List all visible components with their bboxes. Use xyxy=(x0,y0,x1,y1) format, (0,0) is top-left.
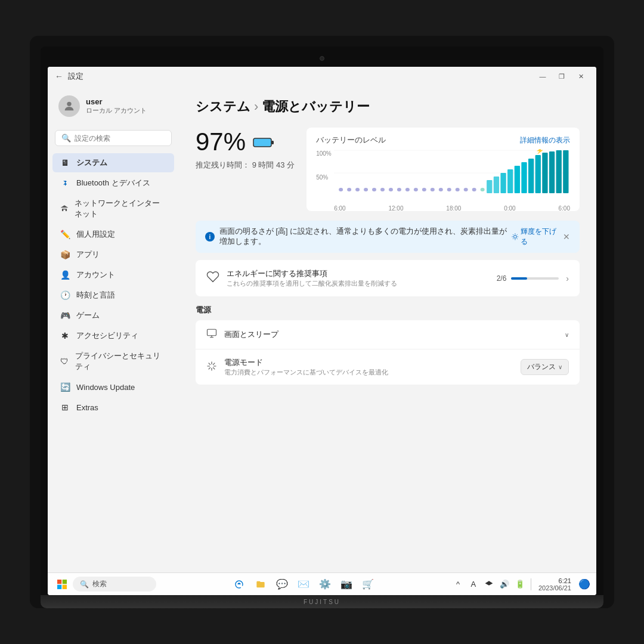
energy-sub: これらの推奨事項を適用して二酸化炭素排出量を削減する xyxy=(227,279,397,288)
alert-close-button[interactable]: ✕ xyxy=(563,232,570,242)
svg-rect-41 xyxy=(63,584,67,589)
sidebar-item-time-language[interactable]: 🕐 時刻と言語 xyxy=(52,286,174,305)
sidebar-item-accessibility[interactable]: ✱ アクセシビリティ xyxy=(52,326,174,345)
search-icon: 🔍 xyxy=(61,134,71,143)
back-button[interactable]: ← xyxy=(55,72,63,81)
energy-title: エネルギーに関する推奨事項 xyxy=(227,268,397,279)
svg-point-11 xyxy=(389,188,393,191)
power-mode-dropdown[interactable]: バランス ∨ xyxy=(521,359,569,375)
svg-rect-32 xyxy=(549,151,555,193)
start-button[interactable] xyxy=(52,575,72,594)
gaming-icon: 🎮 xyxy=(60,310,70,321)
progress-bar-fill xyxy=(511,277,527,280)
svg-rect-38 xyxy=(57,580,61,584)
svg-point-8 xyxy=(364,188,368,191)
svg-point-17 xyxy=(439,188,443,191)
taskbar-icon-settings[interactable]: ⚙️ xyxy=(315,575,335,594)
svg-point-22 xyxy=(481,188,485,191)
settings-search-box[interactable]: 🔍 xyxy=(55,130,172,146)
breadcrumb-current: 電源とバッテリー xyxy=(262,98,370,116)
apps-icon: 📦 xyxy=(60,249,70,260)
page-header: システム › 電源とバッテリー xyxy=(196,98,580,116)
taskbar-icon-camera[interactable]: 📷 xyxy=(337,575,356,594)
system-clock[interactable]: 6:21 2023/06/21 xyxy=(535,577,575,592)
sidebar-item-network[interactable]: ネットワークとインターネット xyxy=(52,194,174,224)
svg-point-13 xyxy=(405,188,410,191)
section-power-title: 電源 xyxy=(196,305,580,315)
notifications-icon[interactable]: 🔵 xyxy=(577,577,592,592)
sidebar-item-label: ゲーム xyxy=(76,310,100,321)
svg-rect-25 xyxy=(501,173,506,193)
sidebar-item-label: Extras xyxy=(76,403,98,412)
sidebar-item-apps[interactable]: 📦 アプリ xyxy=(52,245,174,264)
battery-percentage: 97% xyxy=(196,128,295,156)
network-icon xyxy=(60,203,69,214)
svg-point-21 xyxy=(472,188,476,191)
tray-chevron-icon[interactable]: ^ xyxy=(451,577,465,592)
display-sleep-title: 画面とスリープ xyxy=(224,329,278,340)
svg-rect-31 xyxy=(542,153,547,193)
svg-point-20 xyxy=(464,188,468,191)
taskbar-icon-file-explorer[interactable] xyxy=(251,575,270,594)
close-button[interactable]: ✕ xyxy=(572,70,589,83)
taskbar-icon-store[interactable]: 🛒 xyxy=(358,575,377,594)
tray-battery-icon[interactable]: 🔋 xyxy=(513,577,527,592)
search-input[interactable] xyxy=(75,134,165,143)
svg-rect-40 xyxy=(57,584,61,589)
sidebar-item-privacy[interactable]: 🛡 プライバシーとセキュリティ xyxy=(52,346,174,376)
power-mode-icon xyxy=(206,361,217,374)
minimize-button[interactable]: — xyxy=(534,70,551,83)
svg-rect-24 xyxy=(494,177,499,193)
progress-bar-background xyxy=(511,277,559,280)
svg-point-10 xyxy=(380,188,385,191)
tray-wifi-icon[interactable] xyxy=(482,577,496,592)
sidebar-item-label: プライバシーとセキュリティ xyxy=(75,351,167,372)
energy-card[interactable]: エネルギーに関する推奨事項 これらの推奨事項を適用して二酸化炭素排出量を削減する… xyxy=(196,260,580,296)
svg-point-18 xyxy=(447,188,451,191)
svg-point-9 xyxy=(372,188,376,191)
sidebar: user ローカル アカウント 🔍 🖥 システム xyxy=(48,86,179,572)
sidebar-item-gaming[interactable]: 🎮 ゲーム xyxy=(52,306,174,325)
svg-rect-33 xyxy=(556,150,562,193)
user-name: user xyxy=(86,97,147,106)
sidebar-item-bluetooth[interactable]: Bluetooth とデバイス xyxy=(52,174,174,193)
accessibility-icon: ✱ xyxy=(60,330,70,341)
taskbar-icon-mail[interactable]: ✉️ xyxy=(294,575,313,594)
taskbar-search-box[interactable]: 🔍 検索 xyxy=(73,577,156,592)
taskbar-center: 💬 ✉️ ⚙️ 📷 🛒 xyxy=(159,575,448,594)
sidebar-item-label: ネットワークとインターネット xyxy=(75,198,167,219)
sidebar-item-extras[interactable]: ⊞ Extras xyxy=(52,398,174,417)
svg-point-5 xyxy=(339,188,343,191)
battery-time: 推定残り時間： 9 時間 43 分 xyxy=(196,160,295,171)
system-icon: 🖥 xyxy=(60,157,70,168)
maximize-button[interactable]: ❐ xyxy=(553,70,570,83)
sidebar-item-accounts[interactable]: 👤 アカウント xyxy=(52,265,174,284)
alert-action-button[interactable]: 輝度を下げる xyxy=(512,227,558,247)
title-bar: ← 設定 — ❐ ✕ xyxy=(48,67,596,86)
tray-volume-icon[interactable]: 🔊 xyxy=(497,577,512,592)
tray-font-icon[interactable]: A xyxy=(466,577,481,592)
power-mode-value: バランス xyxy=(527,362,556,372)
sidebar-item-personalization[interactable]: ✏️ 個人用設定 xyxy=(52,225,174,244)
display-sleep-chevron-down-icon: ∨ xyxy=(565,332,569,338)
taskbar-icon-edge[interactable] xyxy=(230,575,249,594)
main-content: システム › 電源とバッテリー 97% xyxy=(179,86,596,572)
chart-x-labels: 6:00 12:00 18:00 0:00 6:00 xyxy=(334,205,570,212)
alert-bar: i 画面の明るさが [高] に設定され、通常よりも多くの電力が使用され、炭素排出… xyxy=(196,221,580,253)
energy-progress: 2/6 xyxy=(497,274,559,283)
power-mode-item[interactable]: 電源モード 電力消費とパフォーマンスに基づいてデバイスを最適化 バランス ∨ xyxy=(196,349,580,385)
breadcrumb-separator: › xyxy=(254,99,258,114)
clock-date: 2023/06/21 xyxy=(538,584,571,592)
sidebar-item-windows-update[interactable]: 🔄 Windows Update xyxy=(52,377,174,397)
chart-detail-link[interactable]: 詳細情報の表示 xyxy=(520,135,570,145)
bluetooth-icon xyxy=(60,178,70,188)
laptop-base: FUJITSU xyxy=(41,595,603,608)
chart-y-100: 100% xyxy=(316,150,332,157)
taskbar-icon-teams[interactable]: 💬 xyxy=(273,575,292,594)
sidebar-item-system[interactable]: 🖥 システム xyxy=(52,153,174,172)
svg-point-36 xyxy=(513,236,516,239)
svg-rect-23 xyxy=(487,180,492,193)
info-icon: i xyxy=(205,232,215,242)
display-sleep-item[interactable]: 画面とスリープ ∨ xyxy=(196,320,580,349)
sidebar-item-label: システム xyxy=(76,157,107,168)
